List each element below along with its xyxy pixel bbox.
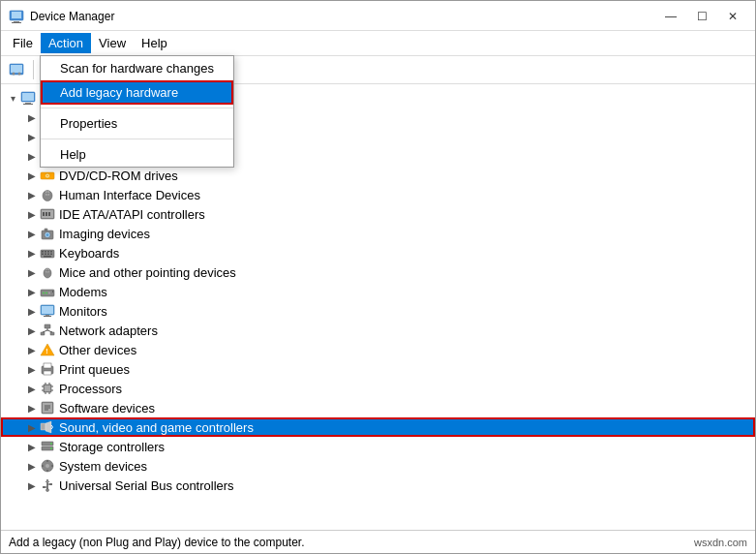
usb-icon: [40, 477, 55, 493]
tree-item-other[interactable]: ▶ ! Other devices: [1, 340, 755, 359]
storage-label: Storage controllers: [59, 440, 165, 454]
hid-icon: [40, 187, 55, 202]
toolbar-back-button[interactable]: [5, 58, 28, 81]
dropdown-help[interactable]: Help: [41, 142, 233, 167]
svg-point-46: [46, 233, 49, 236]
processors-expand-icon[interactable]: ▶: [24, 381, 40, 396]
sound-expand-icon[interactable]: ▶: [24, 419, 40, 435]
storage-icon: [40, 439, 55, 454]
processors-label: Processors: [59, 382, 122, 396]
tree-item-ide[interactable]: ▶ IDE ATA/ATAPI controllers: [1, 204, 755, 224]
back-icon: [9, 62, 24, 77]
ide-label: IDE ATA/ATAPI controllers: [59, 207, 205, 222]
sound-label: Sound, video and game controllers: [59, 420, 254, 435]
software-expand-icon[interactable]: ▶: [24, 400, 40, 416]
tree-item-modems[interactable]: ▶ Modems: [1, 282, 755, 301]
computer-expand-icon[interactable]: ▶: [24, 109, 40, 125]
svg-point-115: [46, 489, 49, 492]
tree-item-mice[interactable]: ▶ Mice and other pointing devices: [1, 262, 755, 282]
svg-rect-51: [47, 251, 49, 253]
svg-point-34: [46, 175, 48, 177]
print-label: Print queues: [59, 362, 130, 377]
menu-file[interactable]: File: [5, 33, 41, 53]
tree-item-processors[interactable]: ▶ Processors: [1, 379, 755, 398]
svg-rect-54: [45, 254, 46, 256]
imaging-expand-icon[interactable]: ▶: [24, 226, 40, 241]
display-expand-icon[interactable]: ▶: [24, 148, 40, 164]
usb-expand-icon[interactable]: ▶: [24, 477, 40, 493]
tree-item-keyboards[interactable]: ▶ Keyboards: [1, 243, 755, 262]
other-expand-icon[interactable]: ▶: [24, 342, 40, 357]
mice-label: Mice and other pointing devices: [59, 265, 236, 280]
window-title: Device Manager: [30, 10, 114, 23]
tree-item-imaging[interactable]: ▶ Imaging devices: [1, 224, 755, 243]
dvd-label: DVD/CD-ROM drives: [59, 169, 178, 183]
title-bar: Device Manager — ☐ ✕: [1, 1, 755, 31]
keyboards-label: Keyboards: [59, 246, 119, 261]
close-button[interactable]: ✕: [718, 7, 747, 26]
tree-item-sound[interactable]: ▶ Sound, video and game controllers: [1, 417, 755, 437]
software-icon: [40, 400, 55, 416]
svg-rect-21: [23, 104, 33, 105]
modems-expand-icon[interactable]: ▶: [24, 284, 40, 299]
dvd-expand-icon[interactable]: ▶: [24, 168, 40, 183]
ide-icon: [40, 206, 55, 222]
menu-view[interactable]: View: [91, 33, 134, 53]
svg-rect-49: [42, 251, 44, 253]
tree-item-hid[interactable]: ▶ Human Interface Devices: [1, 185, 755, 204]
other-label: Other devices: [59, 343, 136, 357]
svg-rect-41: [43, 212, 45, 216]
svg-marker-98: [45, 421, 51, 433]
menu-action[interactable]: Action: [41, 33, 91, 53]
svg-point-63: [43, 292, 45, 294]
mice-expand-icon[interactable]: ▶: [24, 264, 40, 280]
storage-expand-icon[interactable]: ▶: [24, 439, 40, 454]
disk-expand-icon[interactable]: ▶: [24, 129, 40, 144]
svg-point-104: [45, 464, 49, 468]
svg-line-75: [43, 330, 47, 332]
maximize-button[interactable]: ☐: [687, 7, 716, 26]
dropdown-add-legacy[interactable]: Add legacy hardware: [41, 80, 233, 105]
svg-point-6: [13, 73, 15, 76]
usb-label: Universal Serial Bus controllers: [59, 478, 234, 493]
dropdown-properties[interactable]: Properties: [41, 111, 233, 136]
keyboards-expand-icon[interactable]: ▶: [24, 245, 40, 261]
tree-item-network[interactable]: ▶ Network adapters: [1, 321, 755, 340]
print-icon: [40, 361, 55, 377]
monitors-expand-icon[interactable]: ▶: [24, 303, 40, 319]
svg-marker-110: [45, 479, 50, 482]
tree-item-storage[interactable]: ▶ Storage controllers: [1, 437, 755, 456]
tree-item-dvd[interactable]: ▶ DVD/CD-ROM drives: [1, 166, 755, 185]
tree-item-monitors[interactable]: ▶ Monitors: [1, 301, 755, 321]
title-controls: — ☐ ✕: [656, 7, 747, 26]
svg-rect-19: [22, 93, 34, 101]
hid-expand-icon[interactable]: ▶: [24, 187, 40, 202]
ide-expand-icon[interactable]: ▶: [24, 206, 40, 222]
svg-rect-70: [44, 316, 51, 317]
network-label: Network adapters: [59, 323, 158, 338]
svg-rect-55: [47, 254, 49, 256]
tree-item-print[interactable]: ▶ Print queues: [1, 359, 755, 379]
svg-rect-42: [45, 212, 47, 216]
menu-help[interactable]: Help: [134, 33, 175, 53]
tree-item-system[interactable]: ▶ System devices: [1, 456, 755, 476]
system-expand-icon[interactable]: ▶: [24, 458, 40, 474]
svg-rect-50: [45, 251, 46, 253]
svg-rect-83: [45, 385, 50, 391]
minimize-button[interactable]: —: [656, 7, 685, 26]
window-icon: [9, 9, 24, 24]
network-expand-icon[interactable]: ▶: [24, 323, 40, 338]
root-computer-icon: [20, 90, 36, 106]
system-label: System devices: [59, 459, 147, 474]
dvd-icon: [40, 168, 55, 183]
tree-item-usb[interactable]: ▶ Universal Serial Bus controllers: [1, 476, 755, 495]
print-expand-icon[interactable]: ▶: [24, 361, 40, 377]
svg-rect-81: [44, 371, 51, 375]
svg-rect-56: [50, 254, 52, 256]
svg-rect-66: [52, 291, 53, 292]
dropdown-scan[interactable]: Scan for hardware changes: [41, 56, 233, 80]
tree-item-software[interactable]: ▶ Software devices: [1, 398, 755, 417]
processor-icon: [40, 381, 55, 396]
root-expand-icon[interactable]: ▾: [5, 90, 20, 106]
title-bar-left: Device Manager: [9, 9, 114, 24]
